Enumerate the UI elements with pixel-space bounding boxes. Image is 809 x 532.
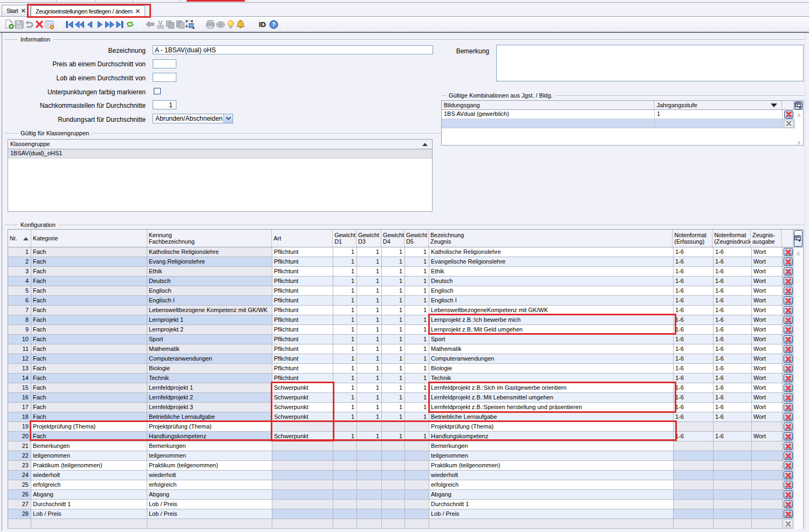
delete-row-button[interactable] [784,287,793,295]
tab-start[interactable]: Start ✕ [2,5,31,16]
delete-row-button[interactable] [784,258,793,266]
table-row[interactable]: 27Durchschnitt 1Lob / PreisDurchschnitt … [8,500,803,509]
sort-ascending-icon[interactable] [23,237,29,240]
delete-row-button[interactable] [784,364,793,372]
cell-d1[interactable]: 1 [333,286,357,296]
toolbar-button-last-record[interactable] [115,18,125,30]
cell-d1[interactable]: 1 [333,335,357,344]
cell-d4[interactable]: 1 [382,393,405,403]
cell-nf_erfassung[interactable]: 1-6 [674,344,714,354]
cell-d1[interactable]: 1 [333,277,357,286]
cell-ausgabe[interactable]: Wort [752,374,783,383]
cell-d4[interactable]: 1 [382,267,405,277]
cell-ausgabe[interactable]: Wort [752,257,783,267]
cell-d4[interactable]: 1 [382,325,405,335]
cell-nf_erfassung[interactable]: 1-6 [674,354,714,364]
nachkommastellen-field[interactable] [153,100,176,109]
cell-nf_erfassung[interactable]: 1-6 [674,257,714,267]
cell-bezeichnung[interactable]: Technik [429,374,674,383]
cell-art[interactable]: Schwerpunkt [272,383,333,393]
delete-row-button[interactable] [784,393,793,402]
toolbar-button-edit-form[interactable] [44,18,54,30]
cell-d1[interactable]: 1 [333,344,357,354]
kombinationen-col-jahrgangsstufe[interactable]: Jahrgangsstufe [654,101,782,109]
cell-bezeichnung[interactable]: Lob / Preis [429,509,674,519]
delete-row-button[interactable] [784,355,793,363]
cell-bezeichnung[interactable]: Bemerkungen [429,441,674,451]
cell-nf_zeugnisdruck[interactable]: 1-6 [714,393,752,403]
cell-bezeichnung[interactable]: erfolgreich [429,480,674,490]
cell-bezeichnung[interactable]: Deutsch [429,277,674,286]
toolbar-button-first-record[interactable] [65,18,75,30]
table-row[interactable]: 18FachBetriebliche LernaufgabeSchwerpunk… [8,412,803,422]
cell-nf_zeugnisdruck[interactable]: 1-6 [714,403,752,412]
rundungsart-select[interactable]: Abrunden/Abschneiden [153,114,233,123]
table-row[interactable]: 12FachComputeranwendungenPflichtunt1111C… [8,354,803,364]
cell-art[interactable]: Pflichtunt [272,286,333,296]
delete-row-button[interactable] [784,481,793,489]
cell-ausgabe[interactable]: Wort [752,277,783,286]
cell-d5[interactable]: 1 [405,393,429,403]
cell-d3[interactable]: 1 [357,325,382,335]
cell-nf_zeugnisdruck[interactable]: 1-6 [714,364,752,374]
cell-art[interactable]: Pflichtunt [272,374,333,383]
delete-row-button[interactable] [784,277,793,285]
cell-art[interactable]: Schwerpunkt [272,393,333,403]
toolbar-button-cut[interactable] [155,18,166,30]
toolbar-button-bell[interactable] [236,18,246,30]
cell-nf_erfassung[interactable]: 1-6 [674,393,714,403]
konfiguration-col-ausgabe[interactable]: Zeugnis-ausgabe [751,230,781,247]
konfiguration-col-nr[interactable]: Nr. [8,230,31,247]
konfiguration-col-kategorie[interactable]: Kategorie [31,230,147,247]
cell-jahrgangsstufe[interactable]: 1 [655,110,783,119]
cell-d1[interactable]: 1 [333,383,357,393]
bemerkung-textarea[interactable] [496,45,804,81]
cell-nf_erfassung[interactable]: 1-6 [674,296,714,306]
toolbar-button-refresh[interactable] [125,18,135,30]
table-row[interactable]: 4FachDeutschPflichtunt1111Deutsch1-61-6W… [8,277,803,286]
cell-bezeichnung[interactable]: Biologie [429,364,674,374]
cell-kategorie[interactable]: Lob / Preis [31,509,147,519]
toolbar-button-bulb[interactable] [225,18,236,30]
cell-d3[interactable]: 1 [357,277,382,286]
cell-kennung[interactable]: Abgang [147,490,272,500]
cell-d4[interactable]: 1 [382,412,405,422]
konfiguration-scrollbar[interactable]: ∧ [793,247,803,529]
konfiguration-col-d1[interactable]: GewichtD1 [333,230,356,247]
delete-row-button[interactable] [784,510,793,518]
cell-d4[interactable]: 1 [382,296,405,306]
delete-row-button[interactable] [784,374,793,382]
table-row[interactable]: 19Projektprüfung (Thema)Projektprüfung (… [8,422,803,432]
cell-d1[interactable]: 1 [333,412,357,422]
cell-d1[interactable]: 1 [333,306,357,315]
cell-nf_erfassung[interactable]: 1-6 [674,403,714,412]
sort-ascending-icon[interactable] [422,143,428,146]
cell-ausgabe[interactable]: Wort [752,354,783,364]
cell-d3[interactable]: 1 [357,257,382,267]
cell-kennung[interactable]: Lob / Preis [147,500,272,509]
cell-d5[interactable]: 1 [405,325,429,335]
cell-ausgabe[interactable]: Wort [752,383,783,393]
cell-d4[interactable]: 1 [382,344,405,354]
cell-art[interactable]: Pflichtunt [272,344,333,354]
delete-row-button[interactable] [784,461,793,469]
cell-nf_erfassung[interactable]: 1-6 [674,364,714,374]
cell-nf_zeugnisdruck[interactable]: 1-6 [714,277,752,286]
cell-d1[interactable]: 1 [333,432,357,441]
table-row[interactable]: 14FachTechnikPflichtunt1111Technik1-61-6… [8,374,803,383]
cell-d1[interactable]: 1 [333,267,357,277]
cell-bezeichnung[interactable]: Evangelische Religionslehre [429,257,674,267]
delete-row-button[interactable] [784,345,793,353]
cell-art[interactable]: Pflichtunt [272,296,333,306]
cell-d5[interactable]: 1 [405,354,429,364]
cell-art[interactable]: Pflichtunt [272,306,333,315]
cell-nf_zeugnisdruck[interactable]: 1-6 [714,325,752,335]
cell-d4[interactable]: 1 [382,354,405,364]
cell-kategorie[interactable]: erfolgreich [31,480,147,490]
cell-bezeichnung[interactable]: Mathematik [429,344,674,354]
toolbar-button-previous-record[interactable] [85,18,95,30]
cell-d4[interactable]: 1 [382,306,405,315]
delete-row-button[interactable] [784,471,793,479]
cell-nf_zeugnisdruck[interactable]: 1-6 [714,306,752,315]
cell-d4[interactable]: 1 [382,335,405,344]
